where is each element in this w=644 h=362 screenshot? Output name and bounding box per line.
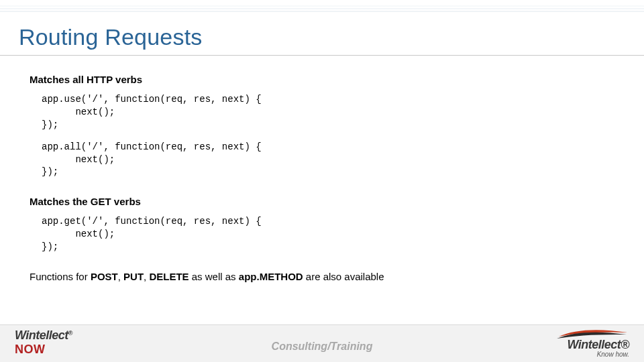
slide-title: Routing Requests [19, 24, 202, 50]
content-area: Matches all HTTP verbs app.use('/', func… [30, 72, 617, 290]
footnote-appmethod: app.METHOD [239, 271, 303, 282]
code-block-all: app.all('/', function(req, res, next) { … [42, 141, 617, 179]
footnote-text: are also available [303, 271, 384, 282]
logo-wintellect: Wintellect® Know how. [555, 327, 629, 358]
footnote-put: PUT [123, 271, 144, 282]
footer: Wintellect® NOW Consulting/Training Wint… [0, 324, 644, 362]
title-underline [0, 55, 644, 56]
footnote-text: Functions for [30, 271, 91, 282]
footnote-text: as well as [189, 271, 239, 282]
footnote: Functions for POST, PUT, DELETE as well … [30, 271, 617, 282]
code-block-get: app.get('/', function(req, res, next) { … [42, 215, 617, 253]
code-block-use: app.use('/', function(req, res, next) { … [42, 93, 617, 131]
footnote-text: , [118, 271, 123, 282]
section-heading-2: Matches the GET verbs [30, 196, 617, 207]
swoosh-icon [555, 327, 629, 341]
footnote-delete: DELETE [149, 271, 189, 282]
slide: Routing Requests Matches all HTTP verbs … [0, 0, 644, 362]
section-heading-1: Matches all HTTP verbs [30, 74, 617, 85]
logo-left-brand: Wintellect [15, 328, 68, 342]
footnote-post: POST [91, 271, 118, 282]
registered-icon: ® [68, 330, 73, 337]
footer-tagline: Consulting/Training [0, 341, 644, 353]
